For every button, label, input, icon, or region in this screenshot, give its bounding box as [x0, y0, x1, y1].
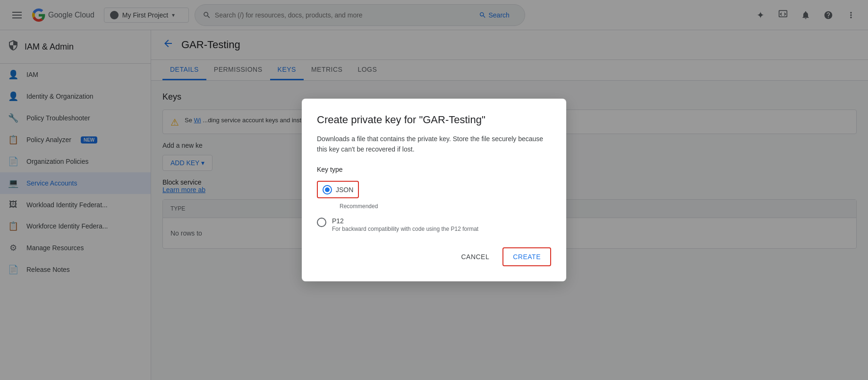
json-radio-outer — [323, 185, 332, 194]
dialog-title: Create private key for "GAR-Testing" — [317, 114, 551, 126]
p12-radio-sublabel: For backward compatibility with code usi… — [332, 226, 551, 232]
json-radio-option[interactable]: JSON — [317, 181, 551, 198]
json-radio-box: JSON — [317, 181, 359, 198]
key-type-label: Key type — [317, 166, 551, 173]
json-radio-sublabel: Recommended — [340, 203, 378, 210]
create-key-dialog: Create private key for "GAR-Testing" Dow… — [302, 99, 566, 282]
key-type-section: Key type JSON Recommended P12 For backwa — [317, 166, 551, 232]
json-radio-label: JSON — [336, 186, 353, 194]
dialog-actions: CANCEL CREATE — [317, 247, 551, 266]
cancel-button[interactable]: CANCEL — [451, 247, 499, 266]
p12-radio-outer — [317, 218, 326, 227]
p12-radio-label: P12 — [332, 217, 344, 225]
create-button[interactable]: CREATE — [502, 247, 551, 266]
p12-radio-option[interactable]: P12 For backward compatibility with code… — [317, 217, 551, 232]
modal-overlay[interactable]: Create private key for "GAR-Testing" Dow… — [0, 0, 868, 380]
json-radio-inner — [325, 187, 330, 192]
dialog-description: Downloads a file that contains the priva… — [317, 134, 551, 155]
p12-radio-content: P12 For backward compatibility with code… — [332, 217, 551, 232]
